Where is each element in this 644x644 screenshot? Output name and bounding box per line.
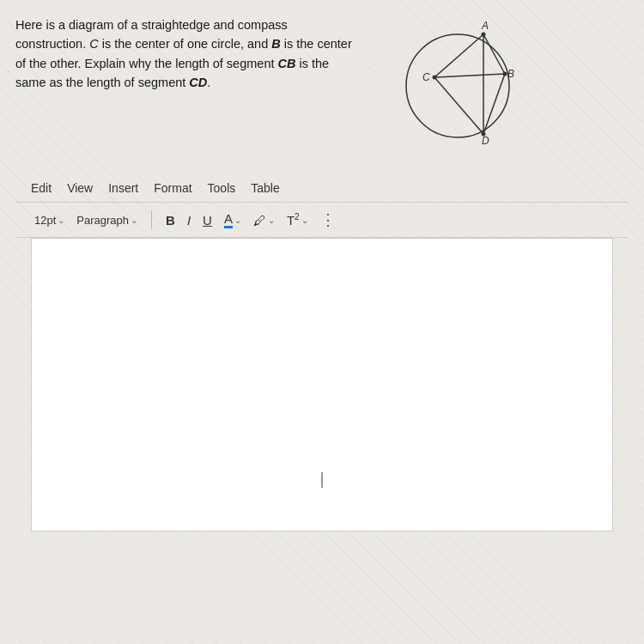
bold-button[interactable]: B [162,211,179,229]
problem-line3: of the other. Explain why the length of … [15,57,329,70]
problem-line2: construction. C is the center of one cir… [15,37,352,51]
svg-line-3 [434,77,483,134]
top-section: Here is a diagram of a straightedge and … [15,15,629,149]
toolbar: 12pt ⌄ Paragraph ⌄ B I U A [15,203,629,238]
svg-point-10 [482,132,486,137]
problem-line1: Here is a diagram of a straightedge and … [15,18,288,32]
problem-text: Here is a diagram of a straightedge and … [15,15,376,93]
point-d-label: D [482,135,489,147]
font-size-group: 12pt ⌄ [31,212,68,228]
more-options-button[interactable]: ⋮ [320,210,336,229]
highlight-chevron: ⌄ [268,216,275,225]
font-size-label: 12pt [34,214,56,227]
svg-point-7 [482,33,486,37]
paragraph-button[interactable]: Paragraph ⌄ [73,212,141,228]
italic-label: I [187,213,191,228]
svg-line-2 [434,74,505,77]
font-size-button[interactable]: 12pt ⌄ [31,212,68,228]
superscript-button[interactable]: T2 ⌄ [283,210,312,229]
svg-line-6 [483,74,505,134]
paragraph-group: Paragraph ⌄ [73,212,141,228]
underline-button[interactable]: U [199,211,216,229]
editor-inner[interactable] [32,239,612,531]
diagram-container: A B C D [385,15,522,149]
menu-table[interactable]: Table [251,181,279,195]
svg-point-0 [406,34,509,137]
svg-line-1 [434,34,483,77]
editor-area[interactable] [31,238,613,532]
menu-view[interactable]: View [67,181,93,195]
svg-point-9 [433,76,437,80]
svg-point-8 [503,72,507,76]
paragraph-label: Paragraph [76,214,129,227]
menu-bar: Edit View Insert Format Tools Table [15,174,629,203]
geometry-diagram: A B C D [385,15,522,149]
superscript-chevron: ⌄ [301,216,308,225]
text-color-button[interactable]: A ⌄ [221,210,245,230]
highlight-button[interactable]: 🖊 ⌄ [250,211,278,229]
paragraph-chevron: ⌄ [131,216,137,225]
point-a-label: A [481,20,489,32]
point-c-label: C [422,71,430,83]
text-cursor [322,472,323,488]
bold-label: B [166,213,175,228]
superscript-label: T2 [287,212,300,228]
font-size-chevron: ⌄ [58,216,64,225]
menu-tools[interactable]: Tools [208,181,236,195]
menu-edit[interactable]: Edit [31,181,52,195]
menu-format[interactable]: Format [154,181,191,195]
point-b-label: B [507,68,514,80]
page: Here is a diagram of a straightedge and … [0,0,644,644]
text-color-label: A [224,211,233,228]
text-color-chevron: ⌄ [234,216,241,225]
highlight-icon: 🖊 [253,213,266,228]
menu-insert[interactable]: Insert [108,181,138,195]
problem-line4: same as the length of segment CD. [15,76,210,89]
toolbar-divider-1 [151,210,152,229]
svg-line-4 [483,34,505,74]
italic-button[interactable]: I [184,211,194,229]
underline-label: U [203,213,212,228]
content-area: Here is a diagram of a straightedge and … [0,0,644,532]
